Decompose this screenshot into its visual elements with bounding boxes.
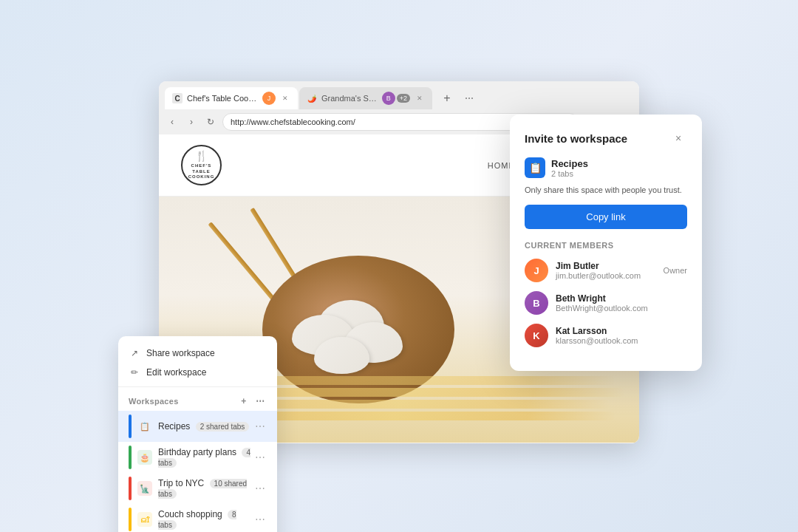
grandma-tab-avatar: B	[382, 92, 395, 105]
browser-menu-icon[interactable]: ⋯	[462, 91, 477, 106]
member-email-beth: BethWright@outlook.com	[556, 304, 687, 313]
share-icon: ↗	[129, 348, 140, 358]
ws-divider	[118, 386, 277, 387]
member-avatar-beth: B	[525, 291, 548, 315]
ws-item-name-birthday: Birthday party plans 4 tabs	[158, 447, 253, 468]
workspace-details: Recipes 2 tabs	[551, 158, 588, 178]
edit-workspace-item[interactable]: ✏ Edit workspace	[118, 363, 277, 382]
ws-more-button[interactable]: ⋯	[253, 395, 267, 408]
workspace-icon: 📋	[525, 157, 545, 178]
chef-tab-avatar: J	[262, 92, 276, 105]
logo-text: CHEF'S TABLECOOKING	[183, 163, 220, 180]
ws-item-recipes[interactable]: 📋 Recipes 2 shared tabs ⋯	[118, 411, 277, 442]
invite-close-button[interactable]: ×	[669, 129, 687, 147]
address-text: http://www.chefstablecooking.com/	[231, 117, 355, 126]
member-avatar-kat: K	[525, 324, 548, 347]
member-email-jim: jim.butler@outlook.com	[556, 271, 656, 280]
ws-item-name-nyc: Trip to NYC 10 shared tabs	[158, 478, 253, 499]
member-info-jim: Jim Butler jim.butler@outlook.com	[556, 261, 656, 280]
ws-item-name-recipes: Recipes 2 shared tabs	[158, 421, 253, 432]
forward-button[interactable]: ›	[184, 115, 199, 129]
member-email-kat: klarsson@outlook.com	[556, 336, 687, 345]
copy-link-button[interactable]: Copy link	[525, 205, 687, 229]
back-button[interactable]: ‹	[165, 115, 180, 129]
logo-circle: 🍴 CHEF'S TABLECOOKING	[181, 145, 222, 185]
ws-item-color-couch	[129, 508, 132, 531]
member-row-kat: K Kat Larsson klarsson@outlook.com	[525, 324, 687, 347]
ws-item-name-couch: Couch shopping 8 tabs	[158, 509, 253, 530]
chef-tab-title: Chef's Table Cooking	[187, 94, 258, 103]
ws-item-color-birthday	[129, 446, 132, 469]
edit-icon: ✏	[129, 367, 140, 378]
logo-icon: 🍴	[195, 150, 208, 162]
ws-item-more-recipes[interactable]: ⋯	[253, 420, 267, 432]
ws-item-icon-recipes: 📋	[137, 419, 152, 434]
ws-item-icon-couch: 🛋	[137, 512, 152, 527]
share-workspace-item[interactable]: ↗ Share workspace	[118, 344, 277, 363]
tab-chef[interactable]: C Chef's Table Cooking J ✕	[165, 87, 298, 109]
member-row-beth: B Beth Wright BethWright@outlook.com	[525, 291, 687, 315]
ws-item-more-nyc[interactable]: ⋯	[253, 482, 267, 494]
ws-item-icon-nyc: 🗽	[137, 481, 152, 496]
ws-item-color-recipes	[129, 415, 132, 438]
ws-section-header: Workspaces + ⋯	[118, 392, 277, 411]
tab-grandma[interactable]: 🌶️ Grandma's Spicy Kitchen B +2 ✕	[299, 87, 432, 109]
member-avatar-jim: J	[525, 259, 548, 282]
workspaces-panel: ↗ Share workspace ✏ Edit workspace Works…	[118, 336, 277, 532]
member-row-jim: J Jim Butler jim.butler@outlook.com Owne…	[525, 259, 687, 282]
ws-item-nyc[interactable]: 🗽 Trip to NYC 10 shared tabs ⋯	[118, 473, 277, 504]
ws-item-more-birthday[interactable]: ⋯	[253, 451, 267, 463]
grandma-tab-close[interactable]: ✕	[415, 93, 425, 103]
ws-badge-recipes: 2 shared tabs	[196, 422, 250, 432]
ws-item-icon-birthday: 🎂	[137, 450, 152, 465]
ws-item-text-recipes: Recipes 2 shared tabs	[158, 421, 253, 432]
chef-favicon: C	[172, 93, 183, 103]
member-name-kat: Kat Larsson	[556, 326, 687, 336]
share-workspace-label: Share workspace	[146, 348, 215, 358]
member-info-kat: Kat Larsson klarsson@outlook.com	[556, 326, 687, 345]
ws-section-label: Workspaces	[129, 397, 179, 406]
workspace-info: 📋 Recipes 2 tabs	[525, 157, 687, 178]
refresh-button[interactable]: ↻	[203, 115, 218, 129]
member-role-jim: Owner	[664, 266, 687, 275]
grandma-tab-title: Grandma's Spicy Kitchen	[321, 94, 378, 103]
tab-bar: C Chef's Table Cooking J ✕ 🌶️ Grandma's …	[159, 81, 639, 109]
ws-item-text-couch: Couch shopping 8 tabs	[158, 509, 253, 530]
chef-tab-close[interactable]: ✕	[280, 93, 290, 103]
edit-workspace-label: Edit workspace	[146, 367, 206, 378]
avatar-count-badge: +2	[397, 94, 410, 103]
invite-header: Invite to workspace ×	[525, 129, 687, 147]
ws-item-color-nyc	[129, 477, 132, 500]
ws-item-birthday[interactable]: 🎂 Birthday party plans 4 tabs ⋯	[118, 442, 277, 473]
invite-panel: Invite to workspace × 📋 Recipes 2 tabs O…	[510, 115, 702, 371]
ws-item-more-couch[interactable]: ⋯	[253, 514, 267, 525]
ws-add-button[interactable]: +	[237, 395, 250, 408]
member-name-jim: Jim Butler	[556, 261, 656, 271]
trust-notice: Only share this space with people you tr…	[525, 185, 687, 194]
invite-title: Invite to workspace	[525, 132, 627, 145]
member-info-beth: Beth Wright BethWright@outlook.com	[556, 293, 687, 313]
grandma-avatar-group: B +2	[382, 92, 410, 105]
ws-section-actions: + ⋯	[237, 395, 267, 408]
members-label: Current members	[525, 241, 687, 250]
ws-item-text-birthday: Birthday party plans 4 tabs	[158, 447, 253, 468]
site-logo: 🍴 CHEF'S TABLECOOKING	[181, 145, 222, 185]
new-tab-button[interactable]: +	[437, 88, 457, 109]
ws-item-couch[interactable]: 🛋 Couch shopping 8 tabs ⋯	[118, 504, 277, 532]
grandma-favicon: 🌶️	[307, 93, 317, 103]
member-name-beth: Beth Wright	[556, 293, 687, 304]
workspace-tabs: 2 tabs	[551, 169, 588, 178]
workspace-name: Recipes	[551, 158, 588, 169]
ws-item-text-nyc: Trip to NYC 10 shared tabs	[158, 478, 253, 499]
